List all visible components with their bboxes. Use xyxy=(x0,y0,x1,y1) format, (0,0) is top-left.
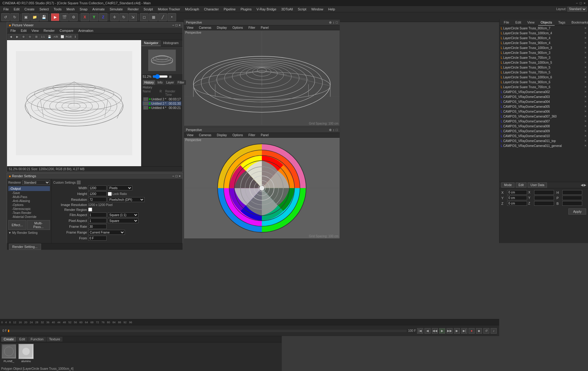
pv-hist-tab-layer[interactable]: Layer xyxy=(165,80,175,85)
rotate-tool-btn[interactable]: ↻ xyxy=(119,13,128,21)
scale-tool-btn[interactable]: ⇲ xyxy=(129,13,137,21)
rs-renderregion-check[interactable] xyxy=(88,208,92,212)
tl-play[interactable]: ▶ xyxy=(439,328,445,334)
vt-menu-options[interactable]: Options xyxy=(231,26,244,30)
rp-item-close-14[interactable]: ✕ xyxy=(584,90,587,93)
rp-tab-view[interactable]: View xyxy=(525,20,537,26)
tl-play-reverse[interactable]: ◀◀ xyxy=(432,328,438,334)
rs-framerate-input[interactable] xyxy=(88,224,107,229)
minimize-btn[interactable]: − xyxy=(576,1,578,5)
rp-item-close-5[interactable]: ✕ xyxy=(584,46,587,49)
rp-item-20[interactable]: L CAMPOS_VRayDomeCamera007 ✕ xyxy=(499,119,588,124)
rs-sub-stereoscopic[interactable]: -Stereoscopic xyxy=(8,207,50,211)
rs-lockratio-check[interactable] xyxy=(108,192,112,196)
maximize-btn[interactable]: □ xyxy=(580,1,582,5)
menu-motion-tracker[interactable]: Motion Tracker xyxy=(156,7,182,12)
pv-minimize[interactable]: − xyxy=(172,23,174,27)
vt-menu-display[interactable]: Display xyxy=(215,26,228,30)
pv-tool-region[interactable]: ⬜ xyxy=(59,34,65,39)
rs-effects-btn[interactable]: Effect... xyxy=(8,220,26,230)
rp-item-14[interactable]: L CAMPOS_VRayDomeCamera002 ✕ xyxy=(499,89,588,94)
pv-tool-2[interactable]: ▶ xyxy=(14,34,20,39)
pv-tool-zoom-out[interactable]: ⊖ xyxy=(27,34,33,39)
vb-3d-view[interactable]: Perspective xyxy=(184,138,340,238)
menu-animate[interactable]: Animate xyxy=(90,7,107,12)
pv-hist-tab-info[interactable]: Info xyxy=(156,80,164,85)
vt-menu-view[interactable]: View xyxy=(185,26,195,30)
pv-maximize[interactable]: □ xyxy=(175,23,178,27)
tl-go-start[interactable]: |◀ xyxy=(417,328,423,334)
mp-mode-btn[interactable]: Mode xyxy=(501,182,514,188)
vt-ctrl-1[interactable]: ⊕ xyxy=(329,21,332,24)
menu-mograph[interactable]: MoGraph xyxy=(183,7,201,12)
mp-nav-left[interactable]: ◀ xyxy=(581,183,583,187)
rs-from-input[interactable] xyxy=(88,236,107,241)
rp-item-close-18[interactable]: ✕ xyxy=(584,110,587,113)
rp-item-close-8[interactable]: ✕ xyxy=(584,61,587,64)
rp-item-7[interactable]: L LayerCircle Suare Truss_700cm_3 ✕ xyxy=(499,55,588,60)
rp-item-8[interactable]: L LayerCircle Suare Truss_1000cm_5 ✕ xyxy=(499,60,588,65)
rp-item-close-16[interactable]: ✕ xyxy=(584,100,587,103)
rp-item-9[interactable]: L LayerCircle Suare Truss_900cm_5 ✕ xyxy=(499,65,588,70)
mp-nav-right[interactable]: ▶ xyxy=(584,183,586,187)
pv-menu-render[interactable]: Render xyxy=(41,28,57,33)
mp-y-input[interactable] xyxy=(507,196,527,200)
rs-width-unit-select[interactable]: Pixels xyxy=(108,186,132,190)
menu-vray[interactable]: V-Ray Bridge xyxy=(254,7,279,12)
mp-p-input[interactable] xyxy=(562,196,582,200)
layout-select[interactable]: Standard xyxy=(567,7,587,12)
vb-ctrl-2[interactable]: ↕ xyxy=(333,128,335,132)
x-axis-btn[interactable]: X xyxy=(81,13,89,21)
rs-renderer-select[interactable]: Standard xyxy=(22,180,50,185)
pv-tab-navigator[interactable]: Navigator xyxy=(141,40,161,46)
menu-edit[interactable]: Edit xyxy=(12,7,22,12)
edge-mode-btn[interactable]: ╱ xyxy=(158,13,167,21)
pv-hist-tab-filter[interactable]: Filter xyxy=(176,80,186,85)
rp-item-2[interactable]: L LayerCircle Suare Truss_1000cm_4 ✕ xyxy=(499,31,588,36)
rp-item-3[interactable]: L LayerCircle Suare Truss_800cm_4 ✕ xyxy=(499,36,588,40)
rp-item-close-10[interactable]: ✕ xyxy=(584,71,587,74)
object-mode-btn[interactable]: ◻ xyxy=(140,13,149,21)
window-controls[interactable]: − □ × xyxy=(576,1,586,5)
rp-item-4[interactable]: L LayerCircle Suare Truss_900cm_4 ✕ xyxy=(499,40,588,45)
rs-pixelaspect-input[interactable] xyxy=(88,218,107,223)
vt-menu-cameras[interactable]: Cameras xyxy=(198,26,213,30)
bp-material-1[interactable] xyxy=(1,344,17,359)
pv-image-area[interactable] xyxy=(7,40,141,166)
vb-menu-cameras[interactable]: Cameras xyxy=(198,133,213,137)
menu-render[interactable]: Render xyxy=(126,7,141,12)
rp-tab-bookmarks[interactable]: Bookmarks xyxy=(569,20,588,26)
rs-filmaspect-input[interactable] xyxy=(88,212,107,217)
vt-ctrl-3[interactable]: □ xyxy=(336,21,338,24)
rs-render-setting-btn[interactable]: Render Setting... xyxy=(9,244,41,250)
rs-maximize[interactable]: □ xyxy=(175,174,178,178)
rs-sub-save[interactable]: -Save xyxy=(8,191,50,195)
menu-file[interactable]: File xyxy=(1,7,11,12)
rs-sub-multipass[interactable]: -Multi-Pass xyxy=(8,195,50,199)
rp-item-close-9[interactable]: ✕ xyxy=(584,66,587,69)
rp-item-close-21[interactable]: ✕ xyxy=(584,125,587,128)
rs-resolution-unit-select[interactable]: Pixels/Inch (DPI) xyxy=(108,197,145,202)
history-row-2[interactable]: Untitled 2 * 00:01:30 xyxy=(143,101,181,106)
redo-btn[interactable]: ↻ xyxy=(10,13,19,21)
menu-window[interactable]: Window xyxy=(309,7,325,12)
menu-simulate[interactable]: Simulate xyxy=(107,7,125,12)
mp-sz-input[interactable] xyxy=(534,201,554,206)
rp-item-close-22[interactable]: ✕ xyxy=(584,129,587,133)
bp-tab-function[interactable]: Function xyxy=(28,337,46,342)
vt-menu-filter[interactable]: Filter xyxy=(247,26,257,30)
render-btn[interactable]: ▶ xyxy=(51,13,59,21)
pv-tab-histogram[interactable]: Histogram xyxy=(161,40,181,46)
mp-sx-input[interactable] xyxy=(534,190,554,195)
rs-multipass-btn[interactable]: Multi-Pass... xyxy=(27,220,50,230)
tl-next-frame[interactable]: ▶ xyxy=(454,328,460,334)
vt-ctrl-2[interactable]: ↕ xyxy=(333,21,335,24)
point-mode-btn[interactable]: • xyxy=(168,13,176,21)
rp-item-close-13[interactable]: ✕ xyxy=(584,85,587,88)
menu-tools[interactable]: Tools xyxy=(51,7,64,12)
pv-menu-file[interactable]: File xyxy=(8,28,18,33)
rp-item-close-15[interactable]: ✕ xyxy=(584,95,587,98)
tl-go-end[interactable]: ▶| xyxy=(461,328,467,334)
rp-item-12[interactable]: L LayerCircle Suare Truss_900cm_6 ✕ xyxy=(499,80,588,84)
menu-pipeline[interactable]: Pipeline xyxy=(221,7,238,12)
